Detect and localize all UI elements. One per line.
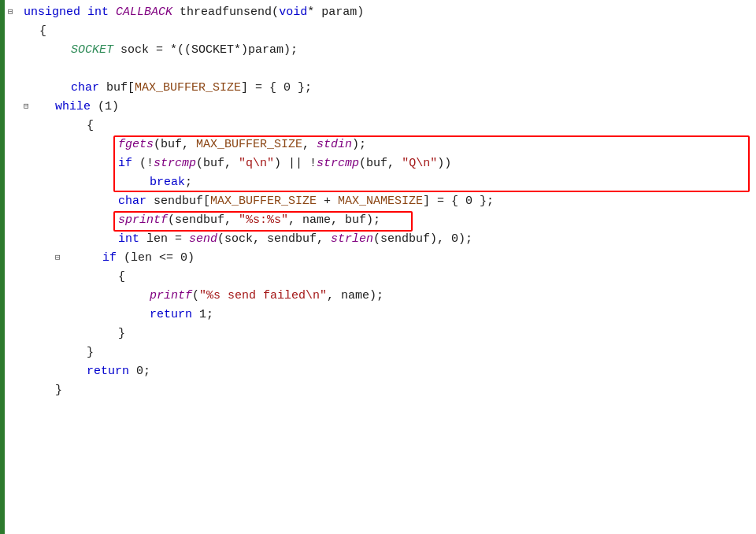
fold-marker-1[interactable]: ⊟ <box>8 3 24 19</box>
line-content-2: { <box>39 22 46 40</box>
code-editor: ⊟ unsigned int CALLBACK threadfunsend(vo… <box>0 0 756 534</box>
line-content-14: if (len <= 0) <box>102 249 195 267</box>
line-11: char sendbuf[MAX_BUFFER_SIZE + MAX_NAMES… <box>8 192 756 211</box>
line-13: int len = send(sock, sendbuf, strlen(sen… <box>8 230 756 249</box>
fold-marker-14[interactable]: ⊟ <box>55 249 71 265</box>
line-9: if (!strcmp(buf, "q\n") || !strcmp(buf, … <box>8 154 756 173</box>
line-17: return 1; <box>8 306 756 324</box>
line-content-20: return 0; <box>87 362 150 380</box>
line-1: ⊟ unsigned int CALLBACK threadfunsend(vo… <box>8 3 756 22</box>
line-5: char buf[MAX_BUFFER_SIZE] = { 0 }; <box>8 79 756 98</box>
line-18: } <box>8 324 756 343</box>
line-8: fgets(buf, MAX_BUFFER_SIZE, stdin); <box>8 135 756 154</box>
fold-marker-6[interactable]: ⊟ <box>24 98 39 113</box>
line-content-11: char sendbuf[MAX_BUFFER_SIZE + MAX_NAMES… <box>118 192 494 210</box>
line-4 <box>8 60 756 79</box>
line-15: { <box>8 268 756 287</box>
line-7: { <box>8 117 756 135</box>
line-content-21: } <box>55 381 62 399</box>
line-content-6: while (1) <box>55 98 119 116</box>
line-content-13: int len = send(sock, sendbuf, strlen(sen… <box>118 230 472 248</box>
highlight-group-1: fgets(buf, MAX_BUFFER_SIZE, stdin); if (… <box>8 135 756 192</box>
code-block: ⊟ unsigned int CALLBACK threadfunsend(vo… <box>8 3 756 400</box>
line-content-1: unsigned int CALLBACK threadfunsend(void… <box>24 3 364 21</box>
line-2: { <box>8 22 756 41</box>
line-content-19: } <box>87 343 94 362</box>
line-3: SOCKET sock = *((SOCKET*)param); <box>8 41 756 60</box>
line-10: break; <box>8 173 756 192</box>
line-12: sprintf(sendbuf, "%s:%s", name, buf); <box>8 211 756 230</box>
line-14: ⊟ if (len <= 0) <box>8 249 756 268</box>
line-content-16: printf("%s send failed\n", name); <box>150 287 384 305</box>
line-6: ⊟ while (1) <box>8 98 756 117</box>
highlight-group-2: sprintf(sendbuf, "%s:%s", name, buf); <box>8 211 756 230</box>
line-content-12: sprintf(sendbuf, "%s:%s", name, buf); <box>118 211 380 229</box>
code-area: ⊟ unsigned int CALLBACK threadfunsend(vo… <box>5 0 756 534</box>
line-content-10: break; <box>150 173 192 191</box>
line-content-18: } <box>118 324 125 343</box>
line-content-7: { <box>87 117 94 135</box>
line-21: } <box>8 381 756 400</box>
line-content-8: fgets(buf, MAX_BUFFER_SIZE, stdin); <box>118 135 366 154</box>
line-content-9: if (!strcmp(buf, "q\n") || !strcmp(buf, … <box>118 154 451 172</box>
line-content-15: { <box>118 268 125 286</box>
line-content-5: char buf[MAX_BUFFER_SIZE] = { 0 }; <box>71 79 312 97</box>
line-20: return 0; <box>8 362 756 381</box>
line-19: } <box>8 343 756 362</box>
line-content-3: SOCKET sock = *((SOCKET*)param); <box>71 41 298 59</box>
line-16: printf("%s send failed\n", name); <box>8 287 756 306</box>
line-content-17: return 1; <box>150 306 213 324</box>
